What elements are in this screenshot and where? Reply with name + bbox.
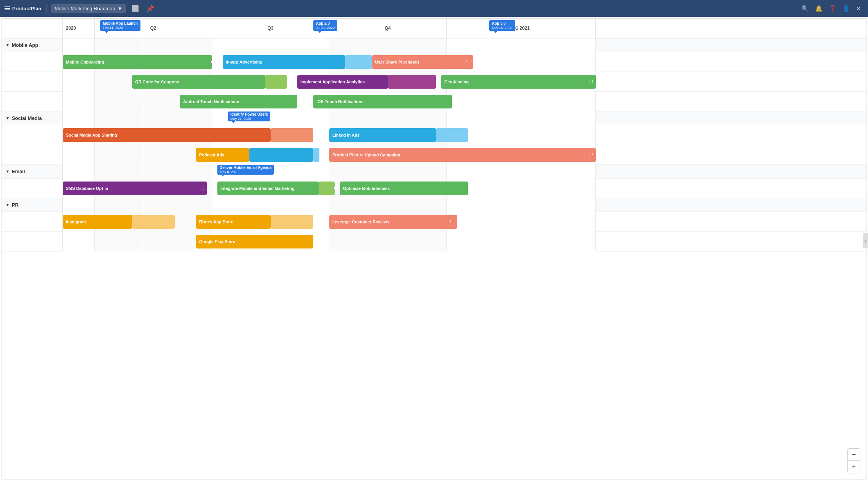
group-milestone-social-media: Identify Power UsersMay 21, 2020 [228, 111, 270, 123]
row-social-media-0: Social Media App Sharing Linked In Ads [2, 125, 866, 145]
copy-button[interactable]: ⬜ [129, 3, 141, 14]
bell-icon-button[interactable]: 🔔 [813, 3, 825, 14]
milestone-2: App 3.0Nov 14, 2020 [489, 20, 515, 33]
roadmap-title-button[interactable]: Mobile Marketing Roadmap ▼ [51, 4, 126, 13]
group-mobile-app: ▼ Mobile App Mobile Onboarding In-app Ad… [2, 38, 866, 111]
bar-mobile-app-1-4[interactable]: Geo-fencing ⋮⋮ [441, 75, 596, 89]
chevron-icon: ▼ [6, 203, 10, 207]
bar-social-media-1-0[interactable]: Podcast Ads [196, 148, 249, 162]
nav-right: 🔍 🔔 ❓ 👤 ✕ [799, 3, 863, 14]
bar-pr-0-4[interactable]: Leverage Customer Reviews ⋮⋮ [329, 215, 457, 229]
dropdown-arrow-icon: ▼ [118, 6, 123, 11]
chevron-icon: ▼ [6, 43, 10, 47]
bar-pr-0-0[interactable]: Instagram [63, 215, 132, 229]
user-icon-button[interactable]: 👤 [840, 3, 852, 14]
main-content: 2020 Q2 Q3 Q4 Q1 2021 Mobile App LaunchF… [0, 17, 868, 481]
top-nav: ProductPlan Mobile Marketing Roadmap ▼ ⬜… [0, 0, 868, 17]
group-header-mobile-app[interactable]: ▼ Mobile App [2, 38, 63, 52]
brand-name: ProductPlan [12, 6, 41, 11]
bar-mobile-app-2-1[interactable]: iOS Touch Notifications [313, 95, 452, 108]
collapse-panel-button[interactable]: ‹ [863, 233, 866, 248]
bar-pr-1-0[interactable]: Google Play Store [196, 235, 313, 248]
bar-social-media-1-3[interactable]: Product Picture Upload Campaign ⋮⋮ [329, 148, 596, 162]
group-label-social-media: Social Media [12, 115, 42, 121]
group-label-email: Email [12, 169, 25, 174]
group-label-mobile-app: Mobile App [12, 42, 38, 48]
row-pr-0: Instagram iTunes App Store Leverag [2, 212, 866, 232]
app-container: ProductPlan Mobile Marketing Roadmap ▼ ⬜… [0, 0, 868, 481]
bar-mobile-app-0-2[interactable] [345, 55, 372, 69]
chevron-icon: ▼ [6, 116, 10, 120]
bar-mobile-app-1-1[interactable] [265, 75, 287, 89]
bar-mobile-app-0-3[interactable]: User Share Purchases ⋮⋮ [372, 55, 473, 69]
bar-pr-0-1[interactable] [132, 215, 175, 229]
row-pr-1: Google Play Store [2, 232, 866, 252]
row-mobile-app-2: Android Touch Notifications iOS Touch No… [2, 92, 866, 111]
zoom-in-button[interactable]: + [848, 461, 860, 473]
help-icon-button[interactable]: ❓ [827, 3, 839, 14]
row-mobile-app-1: QR Code for Coupons Implement Applicatio… [2, 72, 866, 92]
group-header-email[interactable]: ▼ Email [2, 165, 63, 178]
zoom-controls: − + [847, 448, 860, 473]
period-4: Q1 2021 [447, 19, 596, 38]
period-2: Q3 [212, 19, 329, 38]
bar-social-media-0-2[interactable]: Linked In Ads [329, 128, 436, 142]
group-social-media: ▼ Social Media Identify Power UsersMay 2… [2, 111, 866, 165]
group-label-pr: PR [12, 202, 19, 208]
group-header-social-media[interactable]: ▼ Social Media [2, 111, 63, 125]
bar-email-0-3[interactable]: Optimize Mobile Emails [340, 182, 468, 195]
zoom-out-button[interactable]: − [848, 449, 860, 461]
group-header-pr[interactable]: ▼ PR [2, 198, 63, 212]
bar-social-media-0-3[interactable] [436, 128, 468, 142]
bar-mobile-app-2-0[interactable]: Android Touch Notifications [180, 95, 297, 108]
bar-email-0-2[interactable] [319, 182, 335, 195]
bar-mobile-app-0-0[interactable]: Mobile Onboarding [63, 55, 212, 69]
bar-mobile-app-1-0[interactable]: QR Code for Coupons [132, 75, 265, 89]
bar-pr-0-3[interactable] [271, 215, 313, 229]
bar-social-media-0-0[interactable]: Social Media App Sharing [63, 128, 271, 142]
roadmap-title-label: Mobile Marketing Roadmap [55, 6, 115, 11]
milestone-1: App 2.0Jul 21, 2020 [313, 20, 337, 33]
search-icon-button[interactable]: 🔍 [799, 3, 811, 14]
group-email: ▼ Email Deliver Mobile Email AgendaMay 8… [2, 165, 866, 198]
row-email-0: SMS Database Opt-in ⋮⋮ Integrate Mobile … [2, 178, 866, 198]
bar-email-0-0[interactable]: SMS Database Opt-in ⋮⋮ [63, 182, 207, 195]
milestone-0: Mobile App LaunchFeb 11, 2020 [100, 20, 140, 33]
bar-mobile-app-1-3[interactable] [388, 75, 436, 89]
bar-social-media-0-1[interactable] [271, 128, 313, 142]
group-pr: ▼ PR Instagram iTunes App Store [2, 198, 866, 252]
row-social-media-1: Podcast Ads Product Picture Upload Campa… [2, 145, 866, 165]
nav-divider [46, 4, 46, 13]
bar-mobile-app-0-1[interactable]: In-app Advertising [223, 55, 345, 69]
pin-button[interactable]: 📌 [144, 3, 156, 14]
bar-social-media-1-1[interactable] [249, 148, 313, 162]
bar-mobile-app-1-2[interactable]: Implement Application Analytics [297, 75, 388, 89]
group-milestone-email: Deliver Mobile Email AgendaMay 8, 2020 [217, 165, 274, 177]
period-3: Q4 [329, 19, 447, 38]
chevron-icon: ▼ [6, 169, 10, 174]
bar-social-media-1-2[interactable] [313, 148, 319, 162]
row-mobile-app-0: Mobile Onboarding In-app Advertising Use… [2, 52, 866, 72]
bar-email-0-1[interactable]: Integrate Mobile and Email Marketing [217, 182, 319, 195]
hamburger-icon [5, 6, 10, 10]
period-0: 2020 [63, 19, 95, 38]
bar-pr-0-2[interactable]: iTunes App Store [196, 215, 271, 229]
brand-logo[interactable]: ProductPlan [5, 6, 41, 11]
close-icon-button[interactable]: ✕ [854, 3, 863, 14]
